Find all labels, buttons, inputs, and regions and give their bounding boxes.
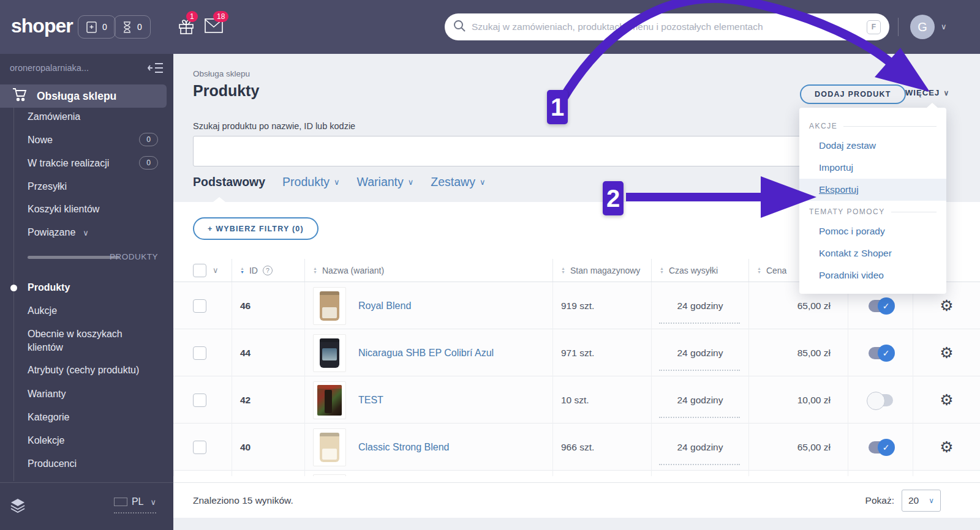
gear-icon[interactable]: ⚙ [940,439,953,455]
row-checkbox[interactable] [193,346,206,360]
product-id: 40 [240,442,251,453]
gift-button[interactable]: 1 [178,18,195,38]
gear-icon[interactable]: ⚙ [940,345,953,360]
shipping-time-field[interactable]: 24 godziny [677,348,723,359]
add-product-button[interactable]: DODAJ PRODUKT [800,84,906,104]
product-stock: 10 szt. [561,395,589,406]
dropdown-section-akcje: AKCJE [799,118,946,135]
product-thumbnail[interactable] [313,428,346,466]
tab-zestawy[interactable]: Zestawy∨ [431,175,485,189]
store-name[interactable]: oroneropalarniaka... [10,63,89,73]
product-thumbnail[interactable] [313,381,346,419]
row-checkbox[interactable] [193,299,206,313]
menu-item-kontakt-z-shoper[interactable]: Kontakt z Shoper [799,242,946,264]
choose-filters-button[interactable]: + WYBIERZ FILTRY (0) [193,217,318,240]
sidebar-item-produkty[interactable]: Produkty [28,281,70,294]
chevron-down-icon: ∨ [150,498,156,507]
layers-icon[interactable] [10,498,26,516]
sidebar-item-nowe[interactable]: Nowe [28,133,53,147]
product-thumbnail[interactable] [313,334,346,372]
page-size-select[interactable]: 20 ∨ [902,490,941,512]
shipping-time-field[interactable]: 24 godziny [677,395,723,406]
row-checkbox[interactable] [193,394,206,407]
product-search-label: Szukaj produktu po nazwie, ID lub kodzie [193,121,355,131]
sidebar-item-producenci[interactable]: Producenci [28,457,77,471]
avatar-chevron-down-icon[interactable]: ∨ [941,22,947,31]
top-bar: shoper 0 0 1 18 [0,0,980,54]
sidebar-item-obecnie-w-koszykach[interactable]: Obecnie w koszykach klientów [28,327,156,354]
sidebar-item-kolekcje[interactable]: Kolekcje [28,434,64,447]
more-dropdown-menu: AKCJE Dodaj zestaw Importuj Eksportuj TE… [799,108,946,294]
active-toggle[interactable] [869,347,893,359]
menu-item-importuj[interactable]: Importuj [799,157,946,179]
shoper-logo[interactable]: shoper [11,15,73,37]
product-id: 46 [240,300,251,312]
sort-shipping-icon[interactable]: ▲▼ [660,267,664,274]
active-toggle[interactable] [869,300,893,312]
more-button[interactable]: WIĘCEJ ∨ [905,88,949,97]
menu-item-poradniki-video[interactable]: Poradniki video [799,264,946,286]
col-name: Nazwa (wariant) [322,266,384,275]
sidebar-section-label: Obsługa sklepu [37,90,116,103]
gear-icon[interactable]: ⚙ [940,298,953,313]
tab-warianty[interactable]: Warianty∨ [357,175,414,189]
menu-item-pomoc-i-porady[interactable]: Pomoc i porady [799,220,946,242]
active-toggle[interactable] [869,394,893,406]
tab-produkty[interactable]: Produkty∨ [282,175,339,189]
col-price: Cena [766,266,786,275]
shipping-time-field[interactable]: 24 godziny [677,442,723,453]
gear-icon[interactable]: ⚙ [940,392,953,408]
drafts-pill-button[interactable]: 0 [78,15,116,39]
avatar[interactable]: G [910,15,935,39]
pending-pill-button[interactable]: 0 [114,15,151,39]
product-id: 44 [240,348,251,359]
sidebar-item-kategorie[interactable]: Kategorie [28,411,70,424]
mail-button[interactable]: 18 [205,18,223,35]
tab-podstawowy[interactable]: Podstawowy [193,175,265,189]
sidebar-item-atrybuty[interactable]: Atrybuty (cechy produktu) [28,364,139,377]
language-code: PL [132,496,144,507]
chevron-down-icon: ∨ [943,89,949,97]
breadcrumb: Obsługa sklepu [193,69,250,78]
sidebar-item-koszyki-klientow[interactable]: Koszyki klientów [28,203,99,216]
product-thumbnail[interactable] [313,287,346,325]
col-stock: Stan magazynowy [570,266,640,275]
sidebar-item-przesylki[interactable]: Przesyłki [28,180,67,193]
product-price: 65,00 zł [797,300,831,312]
product-stock: 919 szt. [561,300,594,312]
editable-underline [659,464,740,465]
collapse-sidebar-icon[interactable] [148,62,164,73]
product-stock: 971 szt. [561,348,594,359]
sidebar-item-zamowienia[interactable]: Zamówienia [28,110,80,124]
product-name-link[interactable]: TEST [358,395,383,406]
product-name-link[interactable]: Classic Strong Blend [358,442,450,453]
col-shipping: Czas wysyłki [669,266,718,275]
language-selector[interactable]: PL ∨ [114,496,156,513]
sidebar-item-aukcje[interactable]: Aukcje [28,304,57,318]
select-all-checkbox[interactable] [193,264,206,277]
chevron-down-icon: ∨ [334,177,340,187]
sidebar-item-powiazane[interactable]: Powiązane∨ [28,226,89,240]
sidebar-item-w-trakcie-realizacji[interactable]: W trakcie realizacji [28,157,109,170]
sort-id-icon[interactable]: ▲▼ [240,267,244,274]
sidebar-section-store-service[interactable]: Obsługa sklepu [0,84,167,108]
menu-item-eksportuj[interactable]: Eksportuj [799,179,946,201]
sort-stock-icon[interactable]: ▲▼ [561,267,565,274]
global-search-input[interactable] [472,21,861,32]
sidebar-item-warianty[interactable]: Warianty [28,387,66,401]
chevron-down-icon[interactable]: ∨ [213,266,219,275]
table-row-partial [173,470,980,476]
menu-item-dodaj-zestaw[interactable]: Dodaj zestaw [799,135,946,157]
sidebar-footer: PL ∨ [0,482,173,530]
step-1-marker: 1 [547,90,568,124]
sort-price-icon[interactable]: ▲▼ [757,267,761,274]
product-name-link[interactable]: Royal Blend [358,300,411,312]
active-item-dot [10,285,17,291]
sort-name-icon[interactable]: ▲▼ [313,267,317,274]
row-checkbox[interactable] [193,441,206,454]
table-row: 42 TEST 10 szt. 24 godziny 10,00 zł ⚙ [173,376,980,423]
id-help-icon[interactable]: ? [263,266,273,275]
active-toggle[interactable] [869,441,893,453]
product-name-link[interactable]: Nicaragua SHB EP Colibrí Azul [358,348,494,359]
shipping-time-field[interactable]: 24 godziny [677,300,723,312]
